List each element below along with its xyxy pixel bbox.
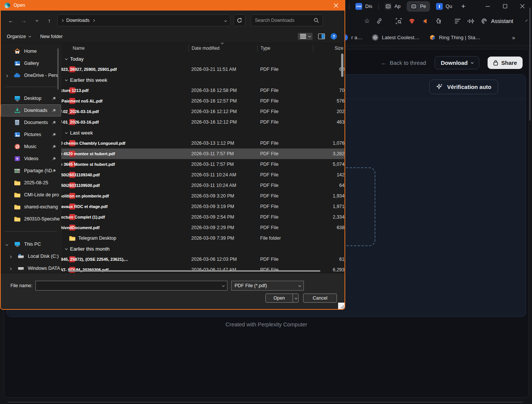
file-row[interactable]: Phases de travaux RDC et étage.pdf2026-0… [61, 201, 345, 212]
netdrive-icon [14, 168, 20, 174]
group-header-earlier-this-month[interactable]: Earlier this month [61, 243, 345, 254]
browser-tab-dis[interactable]: DSMDis [352, 1, 376, 12]
download-button[interactable]: Download [434, 56, 480, 69]
file-row[interactable]: Facture projet (APH 25845, 25872), (OSE … [61, 254, 345, 265]
file-row[interactable]: ViewArchivedDocument.pdf2026-03-09 2:29 … [61, 222, 345, 233]
maximize-button[interactable] [503, 4, 507, 9]
preview-pane-button[interactable] [318, 34, 325, 39]
page-scrollbar[interactable] [529, 8, 530, 121]
sidebar-item-desktop[interactable]: Desktop [1, 92, 61, 104]
file-row[interactable]: 26-0219-QC 3130-3140 chemin Chambly Long… [61, 138, 345, 148]
file-list-horizontal-scrollbar[interactable] [68, 270, 320, 272]
file-row[interactable]: Facture 1213.pdf2026-03-16 12:58 PMPDF F… [61, 85, 345, 96]
file-name-input[interactable] [39, 283, 220, 289]
file-type: PDF File [257, 67, 313, 72]
extensions-puzzle-icon[interactable] [435, 17, 442, 25]
column-date-modified[interactable]: Date modified [188, 45, 257, 52]
dsm-tab-icon: DSM [355, 3, 362, 10]
sidebar-item-ppartage-d[interactable]: Ppartage (\\D [1, 165, 61, 177]
address-bar[interactable]: Downloads [57, 14, 230, 26]
list-view-button[interactable] [298, 33, 312, 40]
new-tab-button[interactable]: + [461, 2, 465, 11]
nav-back-button[interactable]: ← [6, 15, 16, 25]
copy-link-icon[interactable] [376, 17, 383, 25]
sidebar-item-downloads[interactable]: Downloads [1, 104, 61, 116]
group-header-last-week[interactable]: Last week [61, 127, 345, 138]
bookmark-r-a-[interactable]: r a… [345, 34, 362, 41]
bookmark-latest-coolest-[interactable]: Latest Coolest… [372, 34, 419, 41]
sidebar-item-music[interactable]: Music [1, 141, 61, 153]
browser-tab-ap[interactable]: Ap [381, 1, 404, 12]
bookmark-ring-thing-sta-[interactable]: Ring Thing | Sta… [429, 34, 480, 41]
nav-up-button[interactable]: ↑ [44, 15, 54, 25]
expand-chevron-icon[interactable] [9, 254, 11, 259]
file-row[interactable]: Devis de démolition en plomberie.pdf2026… [61, 191, 345, 201]
organize-menu[interactable]: Organize [7, 34, 30, 39]
file-list-vertical-scrollbar[interactable] [341, 54, 343, 77]
extension-mask-icon[interactable] [409, 17, 415, 25]
file-date: 2026-03-09 3:19 PM [188, 204, 257, 209]
assistant-button[interactable]: Assistant [480, 17, 513, 25]
browser-tab-pe[interactable]: Pe [407, 1, 430, 12]
toolbar-chevron-down-icon[interactable] [525, 20, 527, 22]
bookmark-star-icon[interactable]: ☆ [364, 17, 370, 25]
file-row[interactable]: plan preliminaire 3665 Montee st hubert.… [61, 159, 345, 170]
file-row[interactable]: SKM_C250i26031109340.pdf2026-03-11 10:24… [61, 170, 345, 180]
refresh-button[interactable] [233, 14, 245, 26]
sidebar-item-2025-08-25[interactable]: 2025-08-25 [1, 177, 61, 189]
file-row[interactable]: Demande Paiement no5 AL.pdf2026-03-16 12… [61, 96, 345, 106]
resize-grip[interactable] [338, 303, 345, 309]
megaphone-icon[interactable] [422, 17, 428, 25]
sidebar-item-pictures[interactable]: Pictures [1, 129, 61, 141]
file-row[interactable]: Facture projet 26923, 26927, 25900, 2590… [61, 64, 345, 75]
file-row[interactable]: 22572_V-02_2026-03-16.pdf2026-03-16 12:1… [61, 106, 345, 117]
minimize-button[interactable] [485, 4, 490, 9]
voice-wave-icon[interactable] [467, 17, 474, 25]
group-header-earlier-this-week[interactable]: Earlier this week [61, 75, 345, 85]
sidebar-item-videos[interactable]: Videos [1, 153, 61, 165]
share-button[interactable]: Share [488, 57, 523, 69]
file-row[interactable]: SKM_C250i26031109500.pdf2026-03-11 10:24… [61, 180, 345, 191]
expand-chevron-icon[interactable] [6, 242, 8, 247]
nav-forward-button[interactable]: → [19, 15, 29, 25]
file-row[interactable]: 22572_V-01_2026-03-16.pdf2026-03-16 12:1… [61, 117, 345, 127]
new-folder-button[interactable]: New folder [40, 34, 63, 39]
search-input[interactable]: Search Downloads [251, 14, 323, 26]
auto-verification-button[interactable]: Vérification auto [429, 80, 498, 94]
sidebar-item-windows-data[interactable]: Windows DATA [1, 262, 61, 273]
sidebar-item-documents[interactable]: Documents [1, 116, 61, 129]
column-type[interactable]: Type [257, 45, 313, 52]
address-dropdown-icon[interactable] [224, 18, 226, 23]
column-name[interactable]: Name [61, 45, 188, 52]
reader-list-icon[interactable] [454, 17, 461, 25]
cancel-button[interactable]: Cancel [303, 294, 337, 303]
file-name-combobox[interactable] [35, 281, 227, 291]
expand-chevron-icon[interactable] [9, 266, 11, 271]
sidebar-item-this-pc[interactable]: This PC [1, 238, 61, 250]
file-row[interactable]: Telegram Desktop2026-03-09 7:39 PMFile f… [61, 233, 345, 243]
capture-search-icon[interactable] [395, 17, 402, 25]
column-size[interactable]: Size [313, 45, 345, 52]
group-header-today[interactable]: Today [61, 54, 345, 64]
sidebar-item-260310-specshe[interactable]: 260310-Specshe [1, 213, 61, 225]
sidebar-item-local-disk-c-[interactable]: Local Disk (C:) [1, 250, 61, 262]
open-button[interactable]: Open [265, 294, 299, 303]
back-to-thread-link[interactable]: ← Back to thread [381, 60, 426, 66]
dialog-titlebar[interactable]: Open [1, 0, 345, 11]
open-split-arrow[interactable] [293, 294, 298, 302]
sidebar-item-home[interactable]: Home [1, 45, 61, 57]
sidebar-item-onedrive-pers[interactable]: OneDrive - Pers [1, 69, 61, 81]
help-button[interactable]: ? [331, 33, 337, 40]
close-window-button[interactable] [520, 4, 524, 9]
browser-tab-qu[interactable]: Qu [432, 1, 456, 12]
file-type-select[interactable]: PDF File (*.pdf) [231, 281, 304, 291]
sidebar-item-cmi-liste-de-pro[interactable]: CMI-Liste de pro [1, 189, 61, 201]
expand-chevron-icon[interactable] [6, 73, 8, 78]
file-row[interactable]: Plan Architecture Complet (1).pdf2026-03… [61, 212, 345, 222]
breadcrumb-location[interactable]: Downloads [66, 18, 90, 23]
file-row[interactable]: plan preliminaire 4520 montee st hubert.… [61, 148, 345, 159]
nav-recent-chevron-button[interactable] [32, 15, 41, 25]
sidebar-item-shared-exchang[interactable]: shared-exchang [1, 201, 61, 213]
sidebar-item-gallery[interactable]: Gallery [1, 57, 61, 69]
dialog-close-button[interactable] [331, 3, 341, 8]
